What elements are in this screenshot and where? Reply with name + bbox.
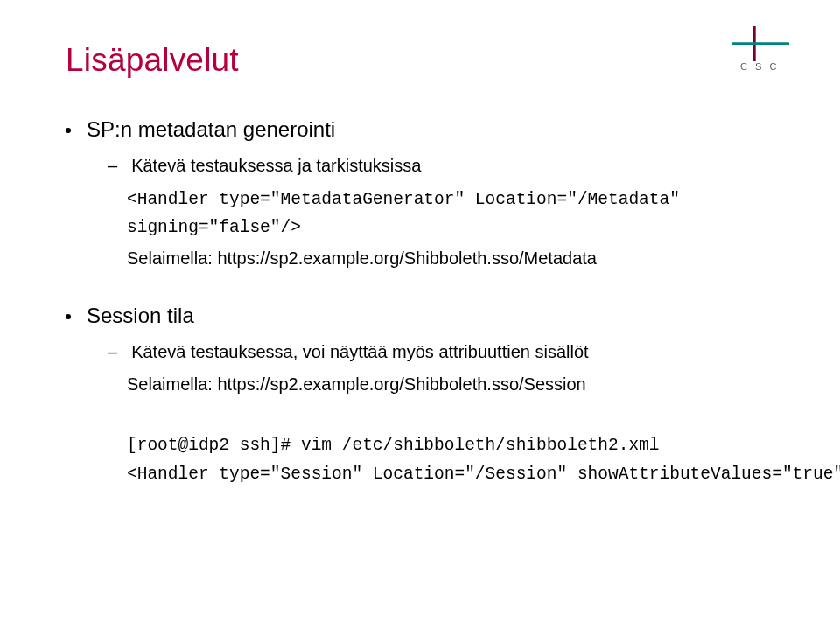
terminal-line: <Handler type="Session" Location="/Sessi… bbox=[127, 465, 840, 484]
page-title: Lisäpalvelut bbox=[66, 42, 779, 79]
terminal-line: [root@idp2 ssh]# vim /etc/shibboleth/shi… bbox=[127, 436, 660, 455]
section-heading: Session tila bbox=[87, 304, 194, 328]
dash-icon: – bbox=[108, 342, 117, 362]
code-line: <Handler type="MetadataGenerator" Locati… bbox=[127, 188, 779, 211]
sub-text: Kätevä testauksessa, voi näyttää myös at… bbox=[131, 342, 589, 362]
sub-text: Kätevä testauksessa ja tarkistuksissa bbox=[131, 156, 421, 176]
slide: C S C Lisäpalvelut SP:n metadatan genero… bbox=[0, 0, 840, 630]
bullet-item: SP:n metadatan generointi bbox=[66, 117, 779, 142]
bullet-icon bbox=[66, 314, 71, 319]
url-note: Selaimella: https://sp2.example.org/Shib… bbox=[127, 248, 779, 269]
sub-list: – Kätevä testauksessa ja tarkistuksissa bbox=[108, 156, 779, 176]
dash-icon: – bbox=[108, 156, 117, 176]
sub-item: – Kätevä testauksessa ja tarkistuksissa bbox=[108, 156, 779, 176]
bullet-item: Session tila bbox=[66, 304, 779, 328]
sub-item: – Kätevä testauksessa, voi näyttää myös … bbox=[108, 342, 779, 362]
code-line: signing="false"/> bbox=[127, 216, 779, 239]
terminal-block: [root@idp2 ssh]# vim /etc/shibboleth/shi… bbox=[127, 431, 779, 489]
csc-logo: C S C bbox=[712, 24, 791, 77]
section-session-status: Session tila – Kätevä testauksessa, voi … bbox=[66, 304, 779, 395]
section-metadata-generation: SP:n metadatan generointi – Kätevä testa… bbox=[66, 117, 779, 269]
sub-list: – Kätevä testauksessa, voi näyttää myös … bbox=[108, 342, 779, 362]
content-list: SP:n metadatan generointi – Kätevä testa… bbox=[66, 117, 779, 395]
section-heading: SP:n metadatan generointi bbox=[87, 117, 335, 142]
url-note: Selaimella: https://sp2.example.org/Shib… bbox=[127, 374, 779, 395]
bullet-icon bbox=[66, 128, 71, 133]
svg-text:C S C: C S C bbox=[740, 61, 779, 72]
